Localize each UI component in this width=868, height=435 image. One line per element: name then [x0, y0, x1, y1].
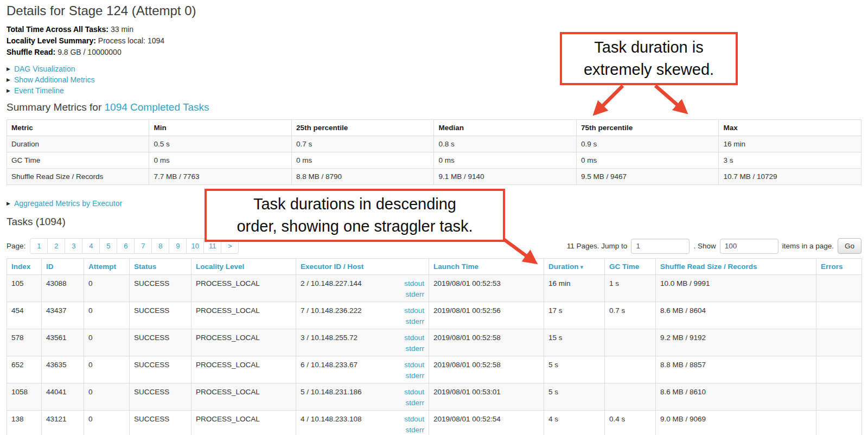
stderr-link[interactable]: stderr: [405, 425, 424, 435]
tasks-col-header-errors[interactable]: Errors: [816, 259, 862, 275]
collapsed-arrow-icon: ▶: [7, 85, 10, 96]
stderr-link[interactable]: stderr: [405, 398, 424, 408]
toggle-event-timeline[interactable]: ▶Event Timeline: [7, 85, 861, 96]
page-label: Page:: [7, 242, 25, 250]
tasks-col-header-executor-id-host[interactable]: Executor ID / Host: [296, 259, 429, 275]
stdout-link[interactable]: stdout: [404, 360, 424, 370]
summary-metric-row: Shuffle Read Size / Records7.7 MB / 7763…: [7, 169, 861, 185]
cell-shuffle-read: 8.8 MB / 8857: [656, 356, 816, 383]
tasks-col-header-id[interactable]: ID: [42, 259, 84, 275]
summary-metrics-table: MetricMin25th percentileMedian75th perce…: [7, 119, 861, 185]
tasks-col-header-launch-time[interactable]: Launch Time: [429, 259, 544, 275]
tasks-col-header-locality-level[interactable]: Locality Level: [192, 259, 296, 275]
cell-status: SUCCESS: [130, 356, 192, 383]
cell-status: SUCCESS: [130, 383, 192, 411]
tasks-col-header-duration[interactable]: Duration ▾: [544, 259, 605, 275]
cell-executor-host: 7 / 10.148.236.222stdoutstderr: [296, 302, 429, 329]
cell-errors: [816, 411, 862, 435]
summary-col-header: Metric: [7, 120, 149, 136]
cell-executor-host: 4 / 10.148.233.108stdoutstderr: [296, 411, 429, 435]
metric-name: Duration: [7, 136, 149, 152]
collapsed-arrow-icon: ▶: [7, 74, 10, 85]
task-row: 138431210SUCCESSPROCESS_LOCAL4 / 10.148.…: [7, 411, 862, 435]
show-text: . Show: [693, 242, 716, 250]
cell-shuffle-read: 10.0 MB / 9991: [656, 275, 816, 302]
cell-attempt: 0: [84, 302, 130, 329]
cell-task-id: 43088: [42, 275, 84, 302]
page-button-4[interactable]: 4: [82, 238, 100, 254]
cell-task-id: 43635: [42, 356, 84, 383]
cell-duration: 16 min: [544, 275, 605, 302]
executor-host-text: 6 / 10.148.233.67: [301, 360, 358, 381]
cell-status: SUCCESS: [130, 275, 192, 302]
cell-attempt: 0: [84, 275, 130, 302]
cell-locality-level: PROCESS_LOCAL: [192, 302, 296, 329]
jump-to-page-input[interactable]: [631, 239, 690, 254]
cell-attempt: 0: [84, 383, 130, 411]
total-time-label: Total Time Across All Tasks:: [7, 25, 108, 34]
metric-value: 7.7 MB / 7763: [149, 169, 291, 185]
shuffle-read-value: 9.8 GB / 10000000: [58, 48, 122, 56]
cell-executor-host: 5 / 10.148.231.186stdoutstderr: [296, 383, 429, 411]
stdout-link[interactable]: stdout: [404, 332, 424, 343]
locality-summary-value: Process local: 1094: [98, 36, 164, 45]
cell-duration: 5 s: [544, 356, 605, 383]
stderr-link[interactable]: stderr: [405, 316, 424, 327]
page-button-6[interactable]: 6: [117, 238, 135, 254]
metric-value: 0.9 s: [576, 136, 718, 152]
cell-duration: 15 s: [544, 329, 605, 356]
dag-visualization-link[interactable]: DAG Visualization: [14, 65, 75, 73]
items-per-page-input[interactable]: [720, 239, 778, 254]
tasks-col-header-attempt[interactable]: Attempt: [84, 259, 130, 275]
completed-tasks-link[interactable]: 1094 Completed Tasks: [105, 101, 209, 113]
cell-launch-time: 2019/08/01 00:52:54: [429, 411, 544, 435]
tasks-col-header-index[interactable]: Index: [7, 259, 42, 275]
cell-status: SUCCESS: [130, 302, 192, 329]
summary-header-row: MetricMin25th percentileMedian75th perce…: [7, 120, 861, 136]
tasks-table: IndexIDAttemptStatusLocality LevelExecut…: [7, 258, 862, 435]
metric-value: 8.8 MB / 8790: [291, 169, 433, 185]
stdout-link[interactable]: stdout: [404, 278, 424, 289]
aggregated-metrics-link[interactable]: Aggregated Metrics by Executor: [14, 199, 122, 208]
cell-status: SUCCESS: [130, 329, 192, 356]
summary-col-header: 75th percentile: [576, 120, 718, 136]
page-button-3[interactable]: 3: [65, 238, 82, 254]
cell-shuffle-read: 8.6 MB / 8610: [656, 383, 816, 411]
page-button-2[interactable]: 2: [47, 238, 65, 254]
summary-metrics-heading-text: Summary Metrics for: [7, 101, 105, 113]
show-additional-metrics-link[interactable]: Show Additional Metrics: [14, 75, 95, 84]
stderr-link[interactable]: stderr: [405, 370, 424, 381]
page-button-7[interactable]: 7: [134, 238, 152, 254]
tasks-col-header-status[interactable]: Status: [130, 259, 192, 275]
stdout-link[interactable]: stdout: [404, 387, 424, 398]
shuffle-read-label: Shuffle Read:: [7, 48, 55, 56]
tasks-col-header-gc-time[interactable]: GC Time: [605, 259, 656, 275]
page-button-1[interactable]: 1: [30, 238, 48, 254]
event-timeline-link[interactable]: Event Timeline: [14, 86, 64, 95]
page-button-9[interactable]: 9: [169, 238, 187, 254]
page-button-5[interactable]: 5: [99, 238, 117, 254]
go-button[interactable]: Go: [838, 238, 861, 254]
metric-value: 3 s: [719, 152, 861, 169]
stderr-link[interactable]: stderr: [405, 343, 424, 354]
executor-host-text: 4 / 10.148.233.108: [301, 414, 362, 435]
cell-errors: [816, 329, 862, 356]
items-per-page-text: items in a page.: [782, 242, 834, 250]
cell-launch-time: 2019/08/01 00:53:01: [429, 383, 544, 411]
page-button-8[interactable]: 8: [151, 238, 169, 254]
cell-task-id: 44041: [42, 383, 84, 411]
cell-gc-time: [605, 356, 656, 383]
metric-name: GC Time: [7, 152, 149, 169]
cell-shuffle-read: 9.2 MB / 9192: [656, 329, 816, 356]
metric-value: 0.8 s: [434, 136, 576, 152]
annotation-skewed-duration: Task duration is extremely skewed.: [560, 32, 738, 85]
stdout-link[interactable]: stdout: [404, 305, 424, 316]
stderr-link[interactable]: stderr: [405, 289, 424, 300]
stdout-link[interactable]: stdout: [404, 414, 424, 425]
metric-value: 9.1 MB / 9140: [434, 169, 576, 185]
cell-attempt: 0: [84, 411, 130, 435]
page-button-10[interactable]: 10: [186, 238, 204, 254]
cell-index: 105: [7, 275, 42, 302]
task-row: 1058440410SUCCESSPROCESS_LOCAL5 / 10.148…: [7, 383, 862, 411]
tasks-col-header-shuffle-read-size-records[interactable]: Shuffle Read Size / Records: [656, 259, 816, 275]
